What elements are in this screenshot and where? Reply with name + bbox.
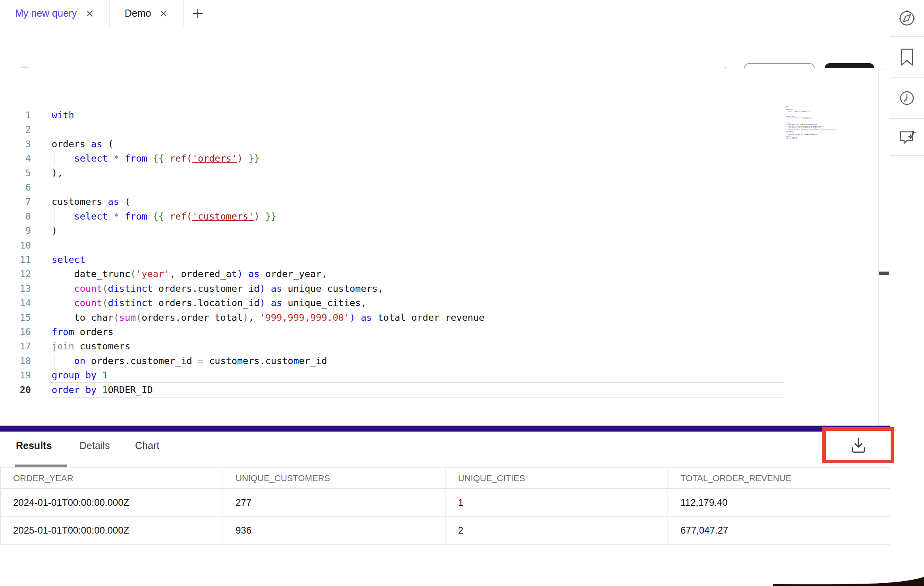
line-number: 18: [8, 354, 31, 368]
code-line-8[interactable]: select * from {{ ref('customers') }}: [52, 209, 276, 224]
line-number: 5: [8, 166, 31, 181]
code-line-11[interactable]: select: [52, 253, 85, 267]
table-cell: 2024-01-01T00:00:00.000Z: [0, 489, 222, 516]
line-number: 15: [8, 310, 31, 325]
line-number: 7: [8, 195, 31, 209]
app-window: My new query Demo MS Your query: [0, 0, 924, 586]
column-divider: [222, 468, 223, 545]
sidebar-item-ai-chat[interactable]: [890, 119, 924, 156]
code-line-7[interactable]: customers as (: [52, 195, 130, 209]
code-line-12[interactable]: date_trunc('year', ordered_at) as order_…: [52, 267, 327, 281]
bookmark-icon: [899, 48, 915, 66]
line-number: 13: [8, 281, 31, 296]
table-cell: 112,179.40: [667, 489, 890, 516]
minimap-line: order by 1ORDER_ID: [786, 137, 797, 139]
column-header: ORDER_YEAR: [0, 468, 222, 488]
download-icon: [850, 438, 867, 453]
line-number: 10: [8, 238, 31, 253]
minimap-line: to_char(sum(orders.order_total), '999,99…: [786, 129, 835, 131]
minimap-line: with: [786, 106, 789, 107]
active-tab-underline: [15, 465, 67, 467]
tab-results[interactable]: Results: [16, 440, 52, 451]
minimap-line: ): [786, 119, 787, 120]
line-number: 12: [8, 267, 31, 281]
query-header: MS Your query Develop: [0, 27, 890, 69]
line-number: 14: [8, 296, 31, 310]
line-number: 3: [8, 137, 31, 152]
column-header: UNIQUE_CUSTOMERS: [222, 468, 445, 488]
download-results-button[interactable]: [850, 438, 867, 453]
minimap-line: select * from {{ ref('orders') }}: [786, 111, 810, 112]
column-header: UNIQUE_CITIES: [445, 468, 667, 488]
tab-details[interactable]: Details: [79, 440, 110, 451]
sidebar-item-explore[interactable]: [890, 0, 924, 37]
table-cell: 2025-01-01T00:00:00.000Z: [0, 517, 222, 544]
line-number: 1: [8, 108, 31, 123]
editor-right-divider: [878, 68, 879, 426]
column-divider: [445, 468, 446, 545]
line-number: 8: [8, 209, 31, 224]
table-cell: 277: [222, 489, 445, 516]
plus-icon: [192, 8, 204, 19]
screen-corner-artifact: [773, 576, 924, 586]
editor-minimap[interactable]: withorders as ( select * from {{ ref('or…: [786, 106, 876, 157]
table-left-border: [0, 468, 1, 545]
tab-label: My new query: [15, 8, 77, 19]
compass-icon: [898, 9, 916, 27]
panel-resize-bar[interactable]: [0, 426, 890, 432]
line-number: 11: [8, 253, 31, 267]
line-number: 19: [8, 368, 31, 383]
sidebar-item-history[interactable]: [890, 78, 924, 119]
sql-code-editor[interactable]: 1234567891011121314151617181920 withorde…: [0, 68, 878, 426]
code-line-5[interactable]: ),: [52, 166, 63, 181]
line-number: 6: [8, 180, 31, 195]
new-tab-button[interactable]: [184, 0, 212, 27]
close-icon[interactable]: [86, 10, 94, 17]
chat-sparkle-icon: [897, 128, 916, 146]
line-number: 2: [8, 122, 31, 137]
right-icon-sidebar: [890, 0, 924, 586]
line-number: 4: [8, 151, 31, 166]
code-line-20[interactable]: order by 1ORDER_ID: [52, 383, 153, 397]
code-line-13[interactable]: count(distinct orders.customer_id) as un…: [52, 281, 383, 296]
code-line-1[interactable]: with: [52, 108, 74, 123]
tab-chart[interactable]: Chart: [135, 440, 159, 451]
sidebar-item-bookmarks[interactable]: [890, 37, 924, 78]
line-number: 9: [8, 224, 31, 238]
line-number: 20: [8, 383, 31, 397]
line-number: 17: [8, 339, 31, 354]
code-line-14[interactable]: count(distinct orders.location_id) as un…: [52, 296, 366, 310]
table-cell: 1: [445, 489, 667, 516]
code-line-4[interactable]: select * from {{ ref('orders') }}: [52, 151, 260, 166]
tab-my-new-query[interactable]: My new query: [0, 0, 110, 27]
clock-icon: [898, 89, 916, 107]
close-icon[interactable]: [160, 10, 168, 17]
annotation-highlight-box: [822, 427, 894, 463]
code-line-9[interactable]: ): [52, 224, 57, 238]
line-number: 16: [8, 325, 31, 339]
scrollbar-handle[interactable]: [879, 272, 889, 275]
code-line-17[interactable]: join customers: [52, 339, 130, 354]
column-divider: [667, 468, 668, 545]
table-cell: 677,047.27: [667, 517, 890, 544]
code-line-15[interactable]: to_char(sum(orders.order_total), '999,99…: [52, 310, 484, 325]
code-line-16[interactable]: from orders: [52, 325, 114, 339]
tab-bar: My new query Demo: [0, 0, 890, 27]
tab-label: Demo: [125, 8, 151, 19]
minimap-line: ),: [786, 112, 787, 114]
tab-demo[interactable]: Demo: [110, 0, 184, 27]
code-line-3[interactable]: orders as (: [52, 137, 114, 152]
column-header: TOTAL_ORDER_REVENUE: [667, 468, 890, 488]
current-line-highlight: [51, 382, 784, 398]
code-line-19[interactable]: group by 1: [52, 368, 108, 383]
minimap-line: select * from {{ ref('customers') }}: [786, 117, 812, 119]
table-cell: 2: [445, 517, 667, 544]
code-line-18[interactable]: on orders.customer_id = customers.custom…: [52, 354, 327, 368]
table-cell: 936: [222, 517, 445, 544]
